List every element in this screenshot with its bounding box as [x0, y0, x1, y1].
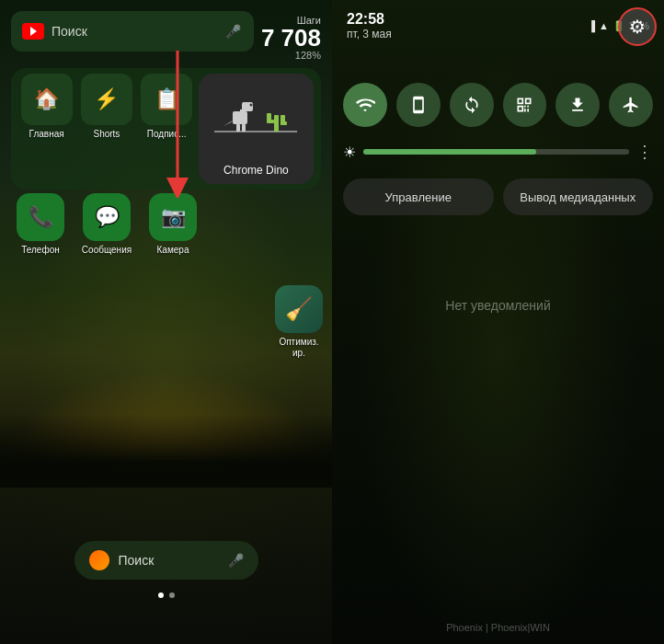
right-panel: 22:58 пт, 3 мая ▐ ▲ 🔋 22% ⚙ [332, 0, 664, 644]
svg-rect-6 [240, 109, 246, 114]
brightness-slider[interactable] [363, 149, 629, 155]
wifi-status-icon: ▲ [599, 20, 609, 31]
airplane-icon [622, 96, 640, 114]
chrome-dino-widget[interactable]: Chrome Dino [199, 74, 314, 184]
footer-label: Phoenix | Phoenix|WIN [446, 622, 550, 633]
bottom-search-bar[interactable]: Поиск 🎤 [74, 541, 258, 580]
apps-row-2: 📞 Телефон 💬 Сообщения 📷 Камера [7, 193, 325, 256]
wifi-icon [355, 95, 375, 115]
app-icon-home[interactable]: 🏠 Главная [18, 74, 74, 184]
app-icon-shorts[interactable]: ⚡ Shorts [78, 74, 134, 184]
app-icon-messages[interactable]: 💬 Сообщения [77, 193, 136, 256]
svg-rect-8 [236, 124, 240, 132]
steps-percent: 128% [261, 50, 321, 61]
svg-rect-14 [280, 115, 285, 125]
svg-marker-7 [223, 121, 233, 126]
app-icon-camera[interactable]: 📷 Камера [143, 193, 202, 256]
download-tile[interactable] [555, 83, 600, 127]
more-options-icon[interactable]: ⋮ [636, 142, 653, 162]
firefox-icon [89, 550, 109, 570]
airplane-tile[interactable] [609, 83, 653, 127]
steps-label: Шаги [261, 15, 321, 26]
control-button[interactable]: Управление [343, 178, 494, 215]
app-icon-phone[interactable]: 📞 Телефон [11, 193, 70, 256]
camera-icon: 📷 [149, 193, 197, 241]
qr-tile[interactable] [503, 83, 547, 127]
settings-gear-icon: ⚙ [629, 16, 646, 38]
steps-count: 7 708 [261, 26, 321, 50]
sync-tile[interactable] [450, 83, 494, 127]
dino-game-canvas [206, 81, 306, 145]
tree-silhouette [0, 414, 332, 488]
steps-widget: Шаги 7 708 128% [261, 11, 321, 61]
signal-icon: ▐ [588, 20, 595, 31]
media-label: Вывод медиаданных [520, 190, 635, 204]
footer-text: Phoenix | Phoenix|WIN [332, 622, 664, 633]
brightness-row: ☀ ⋮ [343, 134, 653, 169]
media-output-button[interactable]: Вывод медиаданных [503, 178, 654, 215]
no-notif-text: Нет уведомлений [445, 298, 550, 313]
svg-rect-9 [242, 124, 246, 132]
status-date: пт, 3 мая [347, 28, 392, 40]
screenshot-icon [409, 96, 428, 114]
youtube-icon [22, 23, 44, 40]
youtube-search-bar[interactable]: Поиск 🎤 [11, 11, 254, 52]
left-panel: Поиск 🎤 Шаги 7 708 128% 🏠 Главная ⚡ Shor… [0, 0, 332, 644]
dot-2 [169, 592, 175, 598]
app-label-shorts: Shorts [93, 129, 120, 140]
status-bar: 22:58 пт, 3 мая ▐ ▲ 🔋 22% [343, 7, 653, 48]
optimize-label: Оптимиз.ир. [279, 337, 318, 359]
page-dots [158, 592, 175, 598]
shorts-icon: ⚡ [81, 74, 132, 125]
download-icon [568, 96, 587, 114]
search-text: Поиск [52, 24, 217, 39]
settings-button[interactable]: ⚙ [618, 7, 657, 46]
app-label-camera: Камера [157, 245, 189, 256]
bottom-mic-icon[interactable]: 🎤 [228, 553, 244, 568]
optimize-app[interactable]: 🧹 Оптимиз.ир. [275, 285, 323, 359]
screenshot-tile[interactable] [396, 83, 441, 127]
mic-icon[interactable]: 🎤 [224, 22, 243, 40]
wifi-tile[interactable] [343, 83, 387, 127]
svg-point-5 [250, 104, 253, 107]
brightness-fill [363, 149, 536, 155]
svg-rect-10 [274, 115, 279, 132]
quick-tiles-row [343, 75, 653, 134]
arrow-annotation [164, 51, 191, 198]
app-label-messages: Сообщения [82, 245, 132, 256]
sync-icon [463, 96, 481, 114]
broom-icon: 🧹 [285, 296, 313, 322]
svg-rect-13 [267, 113, 271, 123]
dot-1 [158, 592, 164, 598]
home-icon: 🏠 [21, 74, 73, 125]
dino-svg [214, 86, 297, 141]
brightness-icon: ☀ [343, 144, 356, 161]
no-notifications: Нет уведомлений [343, 298, 653, 313]
messages-icon: 💬 [83, 193, 131, 241]
qr-icon [515, 96, 533, 114]
control-label: Управление [385, 190, 452, 204]
phone-icon: 📞 [17, 193, 64, 241]
app-label-phone: Телефон [21, 245, 59, 256]
search-label: Поиск [119, 553, 219, 568]
dino-widget-label: Chrome Dino [223, 164, 289, 177]
app-label-home: Главная [29, 129, 64, 140]
status-time: 22:58 [347, 11, 392, 28]
control-buttons-row: Управление Вывод медиаданных [343, 169, 653, 224]
notification-panel: 22:58 пт, 3 мая ▐ ▲ 🔋 22% ⚙ [332, 0, 664, 320]
optimize-icon: 🧹 [275, 285, 323, 333]
